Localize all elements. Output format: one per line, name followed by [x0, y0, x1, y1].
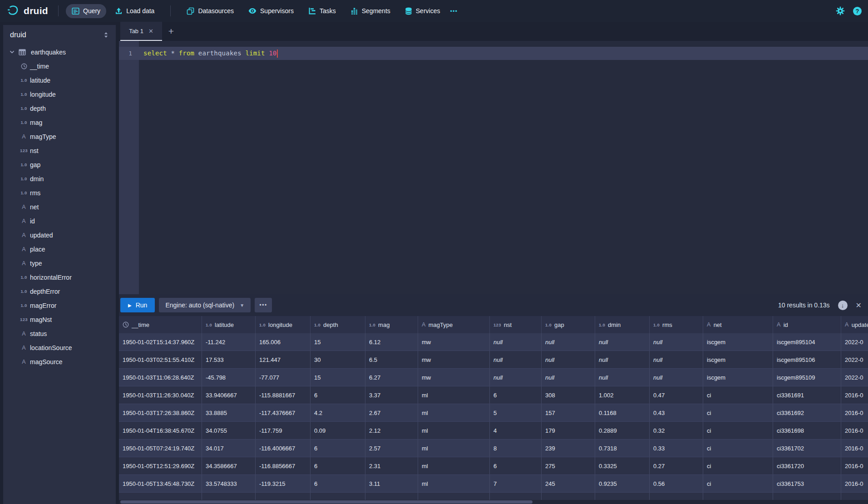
cell-magType[interactable]: mw	[418, 369, 490, 386]
help-icon[interactable]: ?	[853, 7, 862, 15]
cell-net[interactable]: iscgem	[703, 333, 773, 351]
cell-dmin[interactable]: 0.1168	[595, 404, 650, 421]
cell-nst[interactable]: 5	[490, 404, 542, 421]
cell-id[interactable]: iscgem895106	[773, 351, 841, 368]
cell-id[interactable]: ci3361702	[773, 440, 841, 457]
add-tab-button[interactable]: +	[162, 22, 180, 41]
close-icon[interactable]: ✕	[856, 301, 862, 310]
cell-id[interactable]: iscgem895104	[773, 333, 841, 351]
cell-latitude[interactable]: 33.8885	[202, 404, 256, 421]
cell-time[interactable]: 1950-01-04T16:38:45.670Z	[119, 422, 202, 439]
cell-magType[interactable]: ml	[418, 475, 490, 492]
cell-gap[interactable]: 157	[542, 404, 595, 421]
nav-item-supervisors[interactable]: Supervisors	[242, 4, 300, 18]
cell-updated[interactable]: 2016-0	[841, 404, 868, 421]
engine-select[interactable]: Engine: auto (sql-native) ▼	[159, 298, 251, 312]
sidebar-column-rms[interactable]: 1.0rms	[3, 186, 116, 200]
sidebar-column-magSource[interactable]: AmagSource	[3, 355, 116, 369]
cell-mag[interactable]: 2.31	[365, 457, 418, 474]
druid-logo[interactable]: druid	[6, 4, 48, 18]
sidebar-column-locationSource[interactable]: AlocationSource	[3, 341, 116, 355]
cell-latitude[interactable]: 33.5748333	[202, 475, 256, 492]
sidebar-column-id[interactable]: Aid	[3, 214, 116, 228]
nav-item-load-data[interactable]: Load data	[109, 4, 160, 18]
query-more-button[interactable]: •••	[255, 298, 272, 312]
close-icon[interactable]: ✕	[148, 28, 153, 35]
cell-rms[interactable]: null	[650, 333, 703, 351]
column-header-id[interactable]: Aid	[773, 316, 841, 333]
cell-id[interactable]: ci3361720	[773, 457, 841, 474]
cell-updated[interactable]: 2016-0	[841, 422, 868, 439]
cell-mag[interactable]: 2.57	[365, 440, 418, 457]
column-header-net[interactable]: Anet	[703, 316, 773, 333]
cell-latitude[interactable]: 33.9406667	[202, 386, 256, 404]
nav-item-query[interactable]: Query	[66, 4, 106, 18]
sidebar-column-status[interactable]: Astatus	[3, 326, 116, 341]
cell-mag[interactable]: 6.27	[365, 369, 418, 386]
sort-icon[interactable]	[103, 32, 109, 38]
cell-depth[interactable]: 30	[311, 351, 365, 368]
cell-time[interactable]: 1950-01-05T13:45:48.730Z	[119, 475, 202, 492]
cell-net[interactable]: ci	[703, 422, 773, 439]
column-header-rms[interactable]: 1.0rms	[650, 316, 703, 333]
cell-magType[interactable]: mw	[418, 351, 490, 368]
sidebar-column-longitude[interactable]: 1.0longitude	[3, 87, 116, 101]
cell-dmin[interactable]: null	[595, 333, 650, 351]
cell-net[interactable]: iscgem	[703, 369, 773, 386]
cell-depth[interactable]: 4.2	[311, 404, 365, 421]
cell-mag[interactable]: 2.12	[365, 422, 418, 439]
sidebar-column-type[interactable]: Atype	[3, 256, 116, 270]
cell-time[interactable]: 1950-01-03T11:06:28.640Z	[119, 369, 202, 386]
cell-updated[interactable]: 2022-0	[841, 333, 868, 351]
sidebar-column-mag[interactable]: 1.0mag	[3, 115, 116, 129]
sidebar-column-gap[interactable]: 1.0gap	[3, 158, 116, 172]
sidebar-column-depthError[interactable]: 1.0depthError	[3, 284, 116, 298]
cell-rms[interactable]: 0.47	[650, 386, 703, 404]
cell-rms[interactable]: 0.32	[650, 422, 703, 439]
cell-dmin[interactable]: null	[595, 369, 650, 386]
cell-updated[interactable]: 2016-0	[841, 457, 868, 474]
cell-time[interactable]: 1950-01-03T17:26:38.860Z	[119, 404, 202, 421]
cell-magType[interactable]: ml	[418, 422, 490, 439]
cell-nst[interactable]: null	[490, 351, 542, 368]
cell-time[interactable]: 1950-01-02T15:14:37.960Z	[119, 333, 202, 351]
cell-depth[interactable]: 6	[311, 457, 365, 474]
cell-mag[interactable]: 3.37	[365, 386, 418, 404]
cell-rms[interactable]: 0.43	[650, 404, 703, 421]
sql-editor[interactable]: 1 select * from earthquakes limit 10	[119, 41, 868, 294]
nav-more-button[interactable]: •••	[446, 5, 462, 18]
sidebar-datasource-earthquakes[interactable]: earthquakes	[3, 45, 116, 59]
cell-dmin[interactable]: 0.3325	[595, 457, 650, 474]
cell-mag[interactable]: 2.67	[365, 404, 418, 421]
sidebar-column-magError[interactable]: 1.0magError	[3, 298, 116, 312]
cell-updated[interactable]: 2022-0	[841, 369, 868, 386]
cell-longitude[interactable]: -116.4006667	[256, 440, 311, 457]
sidebar-column-place[interactable]: Aplace	[3, 242, 116, 256]
cell-gap[interactable]: null	[542, 351, 595, 368]
sidebar-column-horizontalError[interactable]: 1.0horizontalError	[3, 270, 116, 284]
cell-nst[interactable]: null	[490, 369, 542, 386]
column-header-longitude[interactable]: 1.0longitude	[256, 316, 311, 333]
cell-updated[interactable]: 2016-0	[841, 386, 868, 404]
cell-longitude[interactable]: -77.077	[256, 369, 311, 386]
cell-longitude[interactable]: -119.3215	[256, 475, 311, 492]
cell-longitude[interactable]: 165.006	[256, 333, 311, 351]
cell-gap[interactable]: 275	[542, 457, 595, 474]
cell-magType[interactable]: mw	[418, 333, 490, 351]
nav-item-tasks[interactable]: Tasks	[302, 4, 342, 18]
sidebar-column-magNst[interactable]: 123magNst	[3, 312, 116, 326]
cell-gap[interactable]: null	[542, 369, 595, 386]
cell-rms[interactable]: 0.56	[650, 475, 703, 492]
cell-mag[interactable]: 6.5	[365, 351, 418, 368]
tab-1[interactable]: Tab 1 ✕	[120, 22, 162, 41]
cell-updated[interactable]: 2016-0	[841, 475, 868, 492]
cell-updated[interactable]: 2022-0	[841, 351, 868, 368]
cell-dmin[interactable]: 0.2889	[595, 422, 650, 439]
sidebar-column-magType[interactable]: AmagType	[3, 129, 116, 143]
cell-nst[interactable]: null	[490, 333, 542, 351]
cell-rms[interactable]: null	[650, 351, 703, 368]
cell-gap[interactable]: 308	[542, 386, 595, 404]
column-header-gap[interactable]: 1.0gap	[542, 316, 595, 333]
sidebar-column-updated[interactable]: Aupdated	[3, 228, 116, 242]
cell-gap[interactable]: null	[542, 333, 595, 351]
